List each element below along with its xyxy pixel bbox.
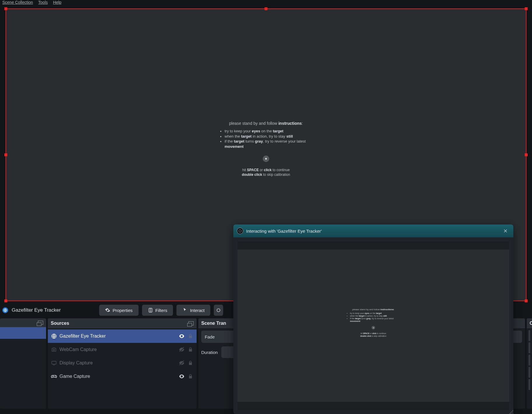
interact-button[interactable]: Interact [176,305,210,316]
source-label: WebCam Capture [60,347,176,352]
filters-button[interactable]: Filters [142,305,173,316]
calibration-instructions: please stand by and follow instructions:… [219,121,313,177]
dialog-title-text: Interacting with 'Gazefilter Eye Tracker… [246,229,322,234]
resize-handle[interactable] [525,299,528,302]
pointer-icon [182,308,188,313]
visibility-toggle[interactable] [178,373,185,380]
menu-help[interactable]: Help [53,0,62,5]
control-button[interactable] [528,379,530,390]
circle-icon [216,308,221,313]
source-label: Gazefilter Eye Tracker [60,334,176,339]
lock-toggle[interactable] [187,360,194,366]
resize-grip[interactable] [508,409,513,414]
control-button[interactable] [528,330,530,341]
controls-title: Cont [530,321,532,326]
text: please stand by and follow [229,121,279,126]
sources-list: Gazefilter Eye TrackerWebCam CaptureDisp… [48,328,197,384]
menubar: Scene Collection Tools Help [0,0,532,8]
lock-toggle[interactable] [187,333,194,339]
controls-dock: Cont [527,318,532,409]
obs-icon [237,228,243,234]
text: instructions [278,121,302,126]
control-button[interactable] [528,342,530,353]
calibration-target-dot [372,326,375,329]
source-row[interactable]: WebCam Capture [48,343,197,356]
resize-handle[interactable] [525,153,528,156]
text: : [302,121,303,126]
sources-title: Sources [51,321,69,326]
svg-rect-6 [52,361,56,364]
screen-icon [51,360,57,366]
lock-toggle[interactable] [187,346,194,353]
resize-handle[interactable] [4,7,7,10]
duration-label: Duration [201,350,218,355]
dialog-body: please stand by and follow instructions:… [233,237,513,414]
visibility-toggle[interactable] [178,360,185,366]
undock-icon[interactable] [38,321,43,325]
svg-point-9 [55,376,56,376]
interact-canvas[interactable]: please stand by and follow instructions:… [237,241,509,410]
resize-handle[interactable] [525,7,528,10]
source-label: Game Capture [60,374,176,379]
svg-point-8 [55,376,55,377]
gear-icon [105,308,110,313]
extra-button[interactable] [214,305,223,316]
source-row[interactable]: Game Capture [48,370,197,383]
close-icon[interactable] [501,227,510,235]
interact-dialog[interactable]: Interacting with 'Gazefilter Eye Tracker… [233,224,513,414]
menu-scene-collection[interactable]: Scene Collection [2,0,33,5]
camera-icon [51,346,57,353]
source-label: Display Capture [60,360,176,366]
source-row[interactable]: Display Capture [48,356,197,370]
properties-button[interactable]: Properties [99,305,138,316]
svg-point-3 [217,309,220,312]
undock-icon[interactable] [188,321,194,325]
svg-point-5 [53,349,55,350]
filters-icon [148,308,153,313]
menu-tools[interactable]: Tools [38,0,48,5]
visibility-toggle[interactable] [178,346,185,353]
resize-handle[interactable] [4,299,7,302]
resize-handle[interactable] [4,153,7,156]
scene-transitions-title: Scene Tran [201,321,226,326]
globe-icon [51,333,57,339]
sources-dock: Sources Gazefilter Eye TrackerWebCam Cap… [48,318,197,409]
resize-handle[interactable] [265,7,267,10]
lock-toggle[interactable] [187,373,194,380]
visibility-toggle[interactable] [178,333,185,339]
scene-row[interactable] [0,327,46,339]
control-button[interactable] [528,367,530,378]
scenes-dock [0,318,46,409]
selected-source-name: Gazefilter Eye Tracker [12,307,61,313]
scenes-header [0,318,46,327]
globe-icon [2,307,8,313]
gamepad-icon [51,373,57,380]
calibration-target-dot [263,156,269,162]
control-button[interactable] [528,355,530,366]
dialog-titlebar[interactable]: Interacting with 'Gazefilter Eye Tracker… [233,224,513,237]
calibration-instructions-mini: please stand by and follow instructions:… [347,308,400,337]
source-row[interactable]: Gazefilter Eye Tracker [48,329,197,343]
